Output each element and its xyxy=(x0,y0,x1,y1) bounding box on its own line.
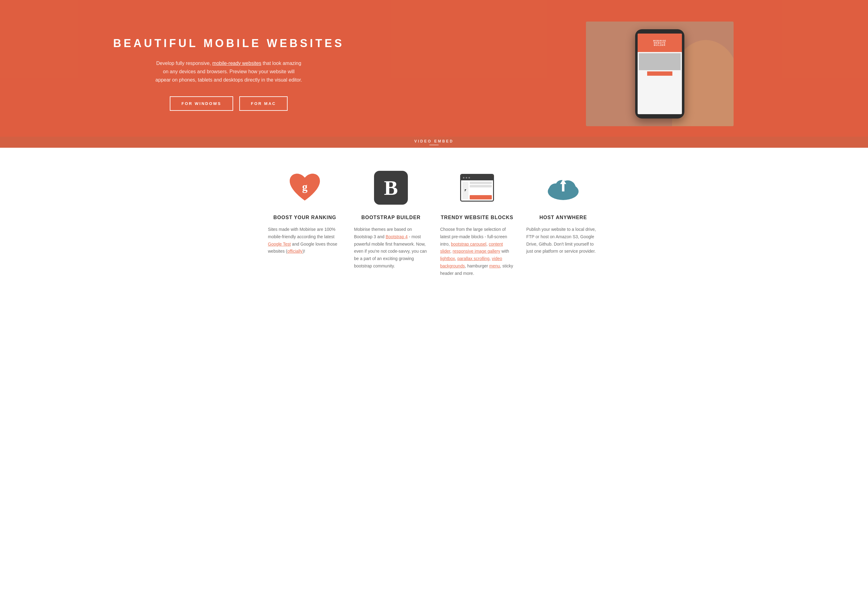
google-test-link[interactable]: Google Test xyxy=(268,242,291,247)
hero-desc-link[interactable]: mobile-ready websites xyxy=(212,61,261,66)
phone-screen-title-line2: WEBSITE xyxy=(654,42,666,44)
video-embed-line xyxy=(429,145,439,145)
phone-screen-image-placeholder xyxy=(639,53,681,70)
phone-screen-title-line1: MOBIRISE xyxy=(653,40,666,42)
feature-trendy-blocks: TRENDY WEBSITE BLOCKS Choose from the la… xyxy=(434,169,520,277)
menu-link[interactable]: menu xyxy=(489,263,500,268)
host-anywhere-title: HOST ANYWHERE xyxy=(539,215,587,221)
phone-screen-body xyxy=(638,52,682,114)
bootstrap4-link[interactable]: Bootstrap 4 xyxy=(386,234,408,239)
trendy-blocks-desc: Choose from the large selection of lates… xyxy=(440,226,514,277)
bootstrap-builder-title: BOOTSTRAP BUILDER xyxy=(361,215,421,221)
browser-dot-2 xyxy=(466,177,467,179)
boost-ranking-desc: Sites made with Mobirise are 100% mobile… xyxy=(268,226,342,255)
features-section: g BOOST YOUR RANKING Sites made with Mob… xyxy=(0,148,868,296)
browser-window-icon xyxy=(460,174,494,202)
hero-phone-image: MOBIRISE WEBSITE BUILDER xyxy=(586,22,733,126)
feature-boost-ranking: g BOOST YOUR RANKING Sites made with Mob… xyxy=(262,169,348,277)
for-windows-button[interactable]: FOR WINDOWS xyxy=(170,96,233,111)
phone-screen-title-line3: BUILDER xyxy=(654,44,666,46)
hero-description: Develop fully responsive, mobile-ready w… xyxy=(155,59,303,84)
officially-link[interactable]: officially xyxy=(287,249,303,253)
browser-content-row xyxy=(462,182,492,199)
boost-ranking-icon-wrap: g xyxy=(286,169,323,206)
boost-ranking-title: BOOST YOUR RANKING xyxy=(273,215,336,221)
hero-buttons: FOR WINDOWS FOR MAC xyxy=(170,96,288,111)
browser-main-area xyxy=(470,182,492,199)
cursor-icon xyxy=(465,189,466,192)
hero-left-content: BEAUTIFUL MOBILE WEBSITES Develop fully … xyxy=(0,0,451,148)
trendy-blocks-title: TRENDY WEBSITE BLOCKS xyxy=(441,215,513,221)
phone-screen-header: MOBIRISE WEBSITE BUILDER xyxy=(638,34,682,52)
cloud-upload-icon xyxy=(545,172,582,203)
heart-google-icon: g xyxy=(286,169,323,206)
bootstrap-carousel-link[interactable]: bootstrap carousel xyxy=(451,242,486,247)
phone-screen: MOBIRISE WEBSITE BUILDER xyxy=(638,34,682,114)
browser-body xyxy=(461,180,493,200)
browser-sidebar xyxy=(462,182,468,199)
bootstrap-builder-icon-wrap: B xyxy=(372,169,409,206)
svg-text:g: g xyxy=(302,181,308,193)
hero-title: BEAUTIFUL MOBILE WEBSITES xyxy=(113,37,344,50)
phone-button-placeholder xyxy=(647,71,673,76)
browser-dot-3 xyxy=(468,177,470,179)
hero-section: BEAUTIFUL MOBILE WEBSITES Develop fully … xyxy=(0,0,868,148)
video-embed-label: VIDEO EMBED xyxy=(414,139,454,143)
feature-host-anywhere: HOST ANYWHERE Publish your website to a … xyxy=(520,169,606,277)
bootstrap-b-icon: B xyxy=(374,171,408,205)
browser-line-1 xyxy=(470,182,492,184)
browser-orange-bar xyxy=(470,195,492,199)
browser-dot-1 xyxy=(463,177,465,179)
host-anywhere-icon-wrap xyxy=(545,169,582,206)
responsive-gallery-link[interactable]: responsive image gallery xyxy=(453,249,500,253)
hero-bottom-bar: VIDEO EMBED xyxy=(0,137,868,148)
bootstrap-builder-desc: Mobirise themes are based on Bootstrap 3… xyxy=(354,226,428,270)
phone-mockup: MOBIRISE WEBSITE BUILDER xyxy=(635,29,684,118)
for-mac-button[interactable]: FOR MAC xyxy=(239,96,288,111)
parallax-link[interactable]: parallax scrolling xyxy=(457,256,489,261)
browser-topbar xyxy=(461,175,493,180)
hero-right-content: MOBIRISE WEBSITE BUILDER xyxy=(451,0,868,148)
host-anywhere-desc: Publish your website to a local drive, F… xyxy=(526,226,600,255)
browser-line-2 xyxy=(470,185,492,187)
trendy-blocks-icon-wrap xyxy=(459,169,496,206)
feature-bootstrap-builder: B BOOTSTRAP BUILDER Mobirise themes are … xyxy=(348,169,434,277)
lightbox-link[interactable]: lightbox xyxy=(440,256,455,261)
